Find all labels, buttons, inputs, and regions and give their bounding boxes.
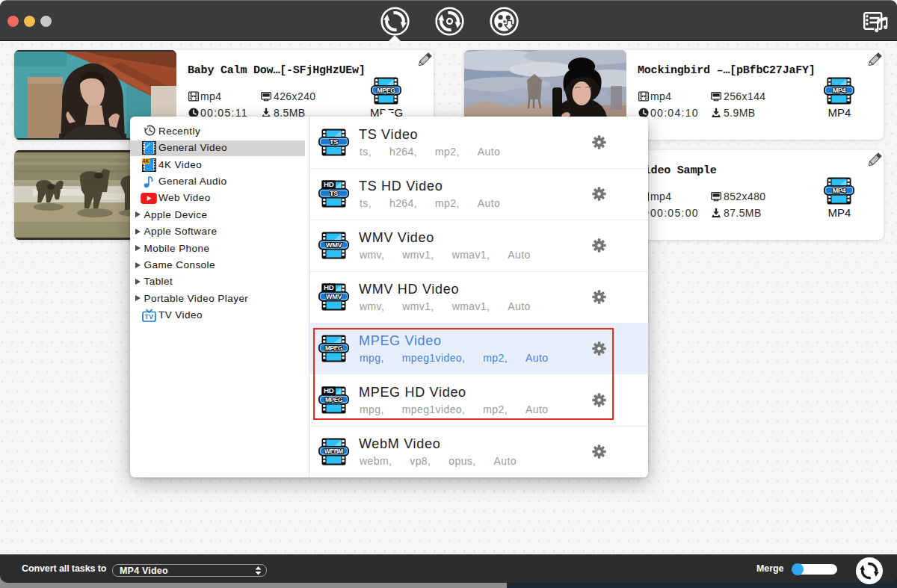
svg-text:MP4: MP4 [833,87,847,94]
svg-text:TS: TS [330,138,338,146]
svg-text:TV: TV [145,313,154,321]
svg-text:WEBM: WEBM [324,448,343,455]
svg-text:MP4: MP4 [833,187,847,194]
svg-text:TS: TS [330,190,338,197]
svg-text:MPEG: MPEG [377,87,395,94]
svg-text:WMV: WMV [326,241,343,249]
svg-text:4K: 4K [143,158,150,164]
svg-text:WMV: WMV [326,293,343,300]
